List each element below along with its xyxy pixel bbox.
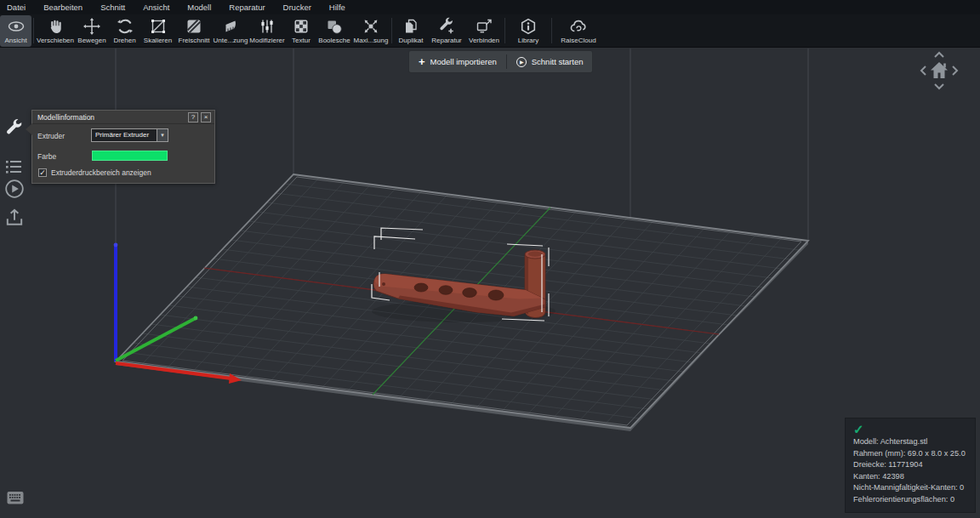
tool-reparatur[interactable]: Reparatur [428,15,465,47]
pan-right-button[interactable] [953,66,957,75]
panel-title: Modellinformation [37,113,185,122]
stat-edges: Kanten: 42398 [853,471,970,483]
menu-datei[interactable]: Datei [7,3,26,12]
import-model-button[interactable]: + Modell importieren [409,51,506,72]
tool-raisecloud[interactable]: RaiseCloud [554,15,603,47]
play-icon: ▶ [516,57,527,67]
connect-icon [475,17,493,36]
extruder-dropdown[interactable]: Primärer Extruder ▼ [91,128,168,142]
list-icon [4,157,23,176]
help-button[interactable]: ? [188,112,198,122]
modifier-icon [258,17,276,36]
extruder-label: Extruder [37,132,65,140]
menu-hilfe[interactable]: Hilfe [329,3,345,12]
maximize-icon [362,17,380,36]
tool-modifizierer[interactable]: Modifizierer [248,15,286,47]
hand-icon [46,17,65,36]
show-extruder-area-label: Extruderdruckbereich anzeigen [51,168,151,177]
action-bar: + Modell importieren ▶ Schnitt starten [409,51,592,72]
model-list-button[interactable] [4,157,25,178]
wrench-icon [4,118,25,139]
pan-left-button[interactable] [921,66,926,75]
tool-bar: Ansicht Verschieben Bewegen Drehen Skali… [0,14,980,48]
duplicate-icon [402,17,420,36]
menu-bar: Datei Bearbeiten Schnitt Ansicht Modell … [0,0,980,14]
toolbar-divider [551,18,552,43]
export-button[interactable] [4,207,25,227]
tool-textur[interactable]: Textur [286,15,316,47]
show-extruder-area-row: ✓ Extruderdruckbereich anzeigen [38,168,151,177]
extruder-dropdown-value: Primärer Extruder [92,129,157,141]
tool-library[interactable]: Library [507,15,550,47]
chevron-down-icon: ▼ [157,129,168,141]
menu-modell[interactable]: Modell [187,3,211,12]
stat-non-manifold: Nicht-Mannigfaltigkeit-Kanten: 0 [853,482,970,494]
keyboard-shortcuts-button[interactable] [7,491,24,505]
home-chimney [943,64,946,68]
color-label: Farbe [37,152,56,161]
model-info-panel: Modellinformation ? × Extruder Primärer … [31,110,215,184]
start-slice-button[interactable]: ▶ Schnitt starten [507,51,593,72]
panel-anchor-arrow [26,123,32,135]
rotate-icon [116,17,134,36]
keyboard-icon [7,491,24,505]
menu-schnitt[interactable]: Schnitt [100,3,125,12]
tool-duplikat[interactable]: Duplikat [394,15,428,47]
repair-icon [437,17,456,36]
mesh-ok-check-icon: ✓ [853,423,970,436]
cut-icon [185,17,203,36]
tool-freischnitt[interactable]: Freischnitt [175,15,213,47]
model-settings-button[interactable] [4,118,25,139]
stat-misoriented: Fehlerorientierungsflächen: 0 [853,494,970,506]
pan-up-button[interactable] [935,53,943,57]
boolean-icon [325,17,344,36]
tool-verbinden[interactable]: Verbinden [465,15,503,47]
move-icon [83,17,101,36]
toolbar-divider [391,18,392,43]
tool-maximierung[interactable]: Maxi...sung [352,15,390,47]
toolbar-divider [33,18,34,43]
stat-model-name: Modell: Achterstag.stl [853,436,970,448]
model-stats-panel: ✓ Modell: Achterstag.stl Rahmen (mm): 69… [845,418,976,513]
scale-icon [149,17,168,36]
preview-play-button[interactable] [4,179,25,199]
play-circle-icon [4,179,25,199]
stat-triangles: Dreiecke: 11771904 [853,459,970,471]
ideamaker-window: Datei Bearbeiten Schnitt Ansicht Modell … [0,0,980,518]
tool-bewegen[interactable]: Bewegen [75,15,109,47]
tool-skalieren[interactable]: Skalieren [140,15,175,47]
menu-ansicht[interactable]: Ansicht [143,3,169,12]
library-icon [519,17,538,36]
view-navigation-control [915,48,963,95]
pan-down-button[interactable] [935,84,943,88]
tool-unterstuetzung[interactable]: Unte...zung [213,15,248,47]
eye-icon [7,17,26,36]
cloud-icon [569,17,588,36]
import-model-label: Modell importieren [430,57,497,66]
plus-icon: + [419,58,425,66]
tool-boolesche[interactable]: Boolesche [316,15,352,47]
show-extruder-area-checkbox[interactable]: ✓ [38,168,47,177]
tool-ansicht[interactable]: Ansicht [0,15,31,47]
texture-icon [292,17,311,36]
tool-verschieben[interactable]: Verschieben [36,15,75,47]
menu-bearbeiten[interactable]: Bearbeiten [43,3,83,12]
panel-title-bar: Modellinformation ? × [32,111,214,124]
tool-drehen[interactable]: Drehen [109,15,140,47]
export-icon [4,207,25,227]
close-button[interactable]: × [201,112,211,122]
stat-bounding-box: Rahmen (mm): 69.0 x 8.0 x 25.0 [853,448,970,460]
support-icon [221,17,240,36]
start-slice-label: Schnitt starten [532,57,584,66]
extruder-color-swatch[interactable] [92,151,168,161]
menu-drucker[interactable]: Drucker [283,3,311,12]
toolbar-divider [504,18,505,43]
menu-reparatur[interactable]: Reparatur [229,3,265,12]
